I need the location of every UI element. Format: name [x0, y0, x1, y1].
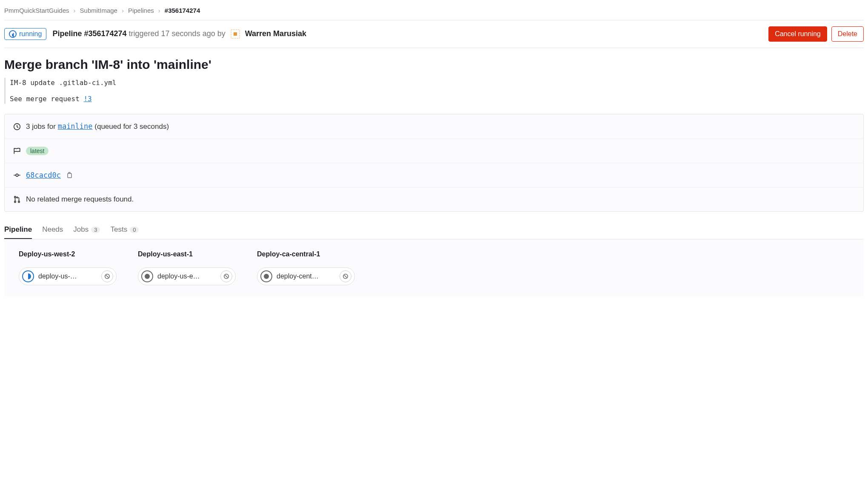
job-pill[interactable]: deploy-cent…: [257, 267, 355, 285]
pipeline-prefix: Pipeline: [52, 29, 84, 38]
svg-point-6: [14, 196, 16, 198]
status-badge-running[interactable]: running: [4, 28, 46, 40]
cancel-running-button[interactable]: Cancel running: [768, 26, 827, 42]
breadcrumb-item[interactable]: PmmQuickStartGuides: [4, 7, 69, 14]
job-name: deploy-us-e…: [157, 273, 216, 280]
author-name[interactable]: Warren Marusiak: [245, 29, 306, 38]
svg-rect-2: [234, 32, 237, 36]
cancel-job-icon[interactable]: [101, 270, 113, 282]
svg-point-8: [18, 201, 20, 202]
svg-rect-5: [68, 173, 71, 178]
breadcrumb: PmmQuickStartGuides › SubmitImage › Pipe…: [4, 4, 864, 20]
delete-button[interactable]: Delete: [831, 26, 864, 42]
commit-description: IM-8 update .gitlab-ci.yml See merge req…: [4, 78, 864, 104]
breadcrumb-item[interactable]: SubmitImage: [80, 7, 117, 14]
queued-text: (queued for 3 seconds): [93, 122, 169, 131]
tab-jobs[interactable]: Jobs 3: [73, 221, 100, 239]
merge-request-link[interactable]: !3: [83, 95, 91, 103]
pipeline-header: running Pipeline #356174274 triggered 17…: [4, 20, 864, 48]
tab-tests[interactable]: Tests 0: [110, 221, 139, 239]
running-icon: [9, 30, 17, 38]
merge-requests-row: No related merge requests found.: [5, 187, 863, 211]
tab-count: 3: [91, 227, 100, 233]
stage-column: Deploy-ca-central-1 deploy-cent…: [257, 250, 359, 285]
commit-desc-line: IM-8 update .gitlab-ci.yml: [10, 79, 864, 87]
tab-pipeline[interactable]: Pipeline: [4, 221, 32, 239]
breadcrumb-item[interactable]: Pipelines: [128, 7, 154, 14]
cancel-job-icon[interactable]: [220, 270, 232, 282]
tab-label: Tests: [110, 225, 127, 234]
no-mr-text: No related merge requests found.: [26, 195, 134, 204]
status-label: running: [19, 30, 42, 38]
merge-request-icon: [13, 196, 21, 203]
stage-name: Deploy-us-east-1: [138, 250, 240, 258]
flag-icon: [13, 147, 21, 155]
chevron-right-icon: ›: [74, 7, 76, 14]
job-pill[interactable]: deploy-us-e…: [138, 267, 236, 285]
svg-point-7: [14, 201, 16, 202]
manual-icon: [260, 270, 272, 282]
commit-title: Merge branch 'IM-8' into 'mainline': [4, 57, 864, 72]
latest-badge: latest: [26, 147, 49, 155]
job-pill[interactable]: deploy-us-…: [19, 267, 117, 285]
breadcrumb-current: #356174274: [165, 7, 200, 14]
pipeline-graph: Deploy-us-west-2 deploy-us-… Deploy-us-e…: [4, 239, 864, 296]
stage-name: Deploy-ca-central-1: [257, 250, 359, 258]
tags-row: latest: [5, 139, 863, 163]
job-name: deploy-us-…: [38, 273, 97, 280]
tab-count: 0: [130, 227, 139, 233]
manual-icon: [141, 270, 153, 282]
tab-needs[interactable]: Needs: [42, 221, 63, 239]
branch-link[interactable]: mainline: [58, 122, 93, 131]
pipeline-tabs: Pipeline Needs Jobs 3 Tests 0: [4, 221, 864, 239]
job-name: deploy-cent…: [277, 273, 335, 280]
triggered-text: triggered 17 seconds ago by: [127, 29, 226, 38]
chevron-right-icon: ›: [158, 7, 160, 14]
stage-column: Deploy-us-east-1 deploy-us-e…: [138, 250, 240, 285]
pipeline-title: Pipeline #356174274 triggered 17 seconds…: [52, 29, 306, 39]
jobs-info-row: 3 jobs for mainline (queued for 3 second…: [5, 114, 863, 139]
jobs-count-text: 3 jobs for: [26, 122, 58, 131]
tab-label: Jobs: [73, 225, 89, 234]
svg-point-4: [16, 174, 18, 176]
pipeline-id: #356174274: [84, 29, 126, 38]
copy-icon[interactable]: [66, 172, 73, 179]
commit-desc-line: See merge request: [10, 95, 83, 103]
commit-sha-link[interactable]: 68cacd0c: [26, 171, 61, 179]
avatar[interactable]: [230, 29, 240, 39]
cancel-job-icon[interactable]: [340, 270, 351, 282]
commit-sha-row: 68cacd0c: [5, 163, 863, 187]
chevron-right-icon: ›: [122, 7, 124, 14]
commit-icon: [13, 171, 21, 179]
clock-icon: [13, 123, 21, 131]
stage-column: Deploy-us-west-2 deploy-us-…: [19, 250, 121, 285]
stage-name: Deploy-us-west-2: [19, 250, 121, 258]
running-icon: [22, 270, 34, 282]
pipeline-info-card: 3 jobs for mainline (queued for 3 second…: [4, 114, 864, 212]
